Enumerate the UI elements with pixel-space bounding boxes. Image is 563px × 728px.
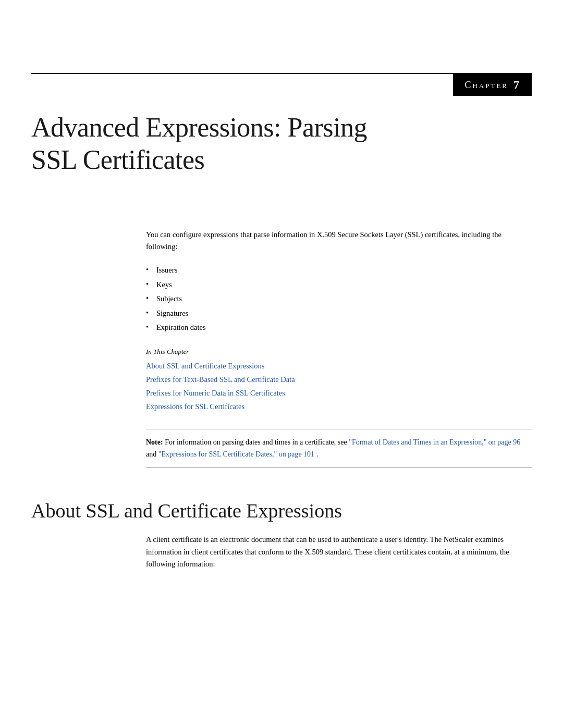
toc-link-3[interactable]: Prefixes for Numeric Data in SSL Certifi… (146, 386, 532, 400)
in-this-chapter: In This Chapter About SSL and Certificat… (146, 348, 532, 413)
bullet-list: Issuers Keys Subjects Signatures Expirat… (146, 263, 532, 335)
list-item: Issuers (146, 263, 532, 278)
note-text: Note: For information on parsing dates a… (146, 437, 532, 460)
chapter-badge: Chapter 7 (453, 74, 532, 96)
toc-link-4[interactable]: Expressions for SSL Certificates (146, 400, 532, 413)
note-box: Note: For information on parsing dates a… (146, 429, 532, 468)
note-prefix: Note: (146, 438, 163, 446)
chapter-title-block: Advanced Expressions: Parsing SSL Certif… (0, 112, 563, 177)
chapter-number: 7 (513, 78, 520, 92)
chapter-badge-row: Chapter 7 (31, 74, 532, 96)
in-this-chapter-label: In This Chapter (146, 348, 532, 356)
section-title: About SSL and Certificate Expressions (31, 499, 532, 523)
toc-link-2[interactable]: Prefixes for Text-Based SSL and Certific… (146, 373, 532, 386)
chapter-label: Chapter (464, 80, 508, 91)
section-content: A client certificate is an electronic do… (0, 534, 563, 571)
note-link-1[interactable]: "Format of Dates and Times in an Express… (349, 438, 520, 446)
note-text3: . (316, 450, 319, 458)
page: Chapter 7 Advanced Expressions: Parsing … (0, 73, 563, 728)
list-item: Expiration dates (146, 320, 532, 335)
note-text2: and (146, 450, 158, 458)
list-item: Signatures (146, 306, 532, 321)
note-link-2[interactable]: "Expressions for SSL Certificate Dates,"… (158, 450, 314, 458)
chapter-header: Chapter 7 (0, 73, 563, 96)
list-item: Keys (146, 278, 532, 292)
list-item: Subjects (146, 292, 532, 306)
note-text1: For information on parsing dates and tim… (165, 438, 349, 446)
chapter-title: Advanced Expressions: Parsing SSL Certif… (31, 112, 532, 177)
intro-paragraph: You can configure expressions that parse… (146, 229, 532, 253)
toc-link-1[interactable]: About SSL and Certificate Expressions (146, 359, 532, 373)
main-content: You can configure expressions that parse… (0, 229, 563, 468)
section-heading: About SSL and Certificate Expressions (0, 499, 563, 523)
section-paragraph: A client certificate is an electronic do… (146, 534, 532, 571)
